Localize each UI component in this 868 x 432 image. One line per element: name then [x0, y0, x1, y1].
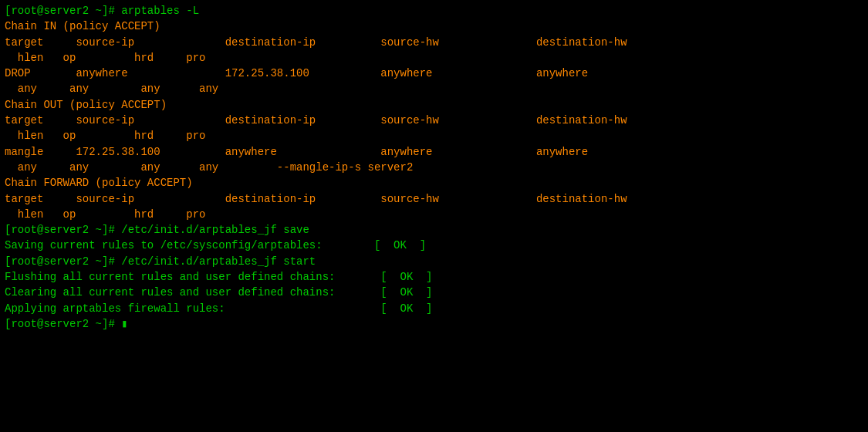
terminal-line-1: [root@server2 ~]# arptables -L — [5, 3, 863, 19]
terminal-line-8: Chain OUT (policy ACCEPT) — [5, 97, 863, 113]
terminal-line-19: [root@server2 ~]# /etc/init.d/arptables_… — [5, 254, 863, 269]
terminal-line-22: Applying arptables firewall rules: [ OK … — [5, 301, 863, 316]
terminal[interactable]: [root@server2 ~]# arptables -LChain IN (… — [0, 0, 868, 432]
terminal-line-17: [root@server2 ~]# /etc/init.d/arptables_… — [5, 222, 863, 238]
terminal-line-10: hlen op hrd pro — [5, 128, 863, 143]
terminal-line-4: hlen op hrd pro — [5, 50, 863, 66]
terminal-line-16: hlen op hrd pro — [5, 207, 863, 222]
terminal-line-2: Chain IN (policy ACCEPT) — [5, 19, 863, 34]
terminal-line-6: any any any any — [5, 81, 863, 96]
terminal-line-18: Saving current rules to /etc/sysconfig/a… — [5, 238, 863, 253]
terminal-line-11: mangle 172.25.38.100 anywhere anywhere a… — [5, 144, 863, 160]
terminal-line-14: Chain FORWARD (policy ACCEPT) — [5, 175, 863, 191]
terminal-line-12: any any any any --mangle-ip-s server2 — [5, 160, 863, 175]
terminal-line-20: Flushing all current rules and user defi… — [5, 269, 863, 285]
terminal-line-21: Clearing all current rules and user defi… — [5, 285, 863, 300]
terminal-line-15: target source-ip destination-ip source-h… — [5, 191, 863, 207]
terminal-line-23: [root@server2 ~]# ▮ — [5, 316, 863, 332]
terminal-line-3: target source-ip destination-ip source-h… — [5, 35, 863, 50]
terminal-line-5: DROP anywhere 172.25.38.100 anywhere any… — [5, 66, 863, 81]
terminal-line-9: target source-ip destination-ip source-h… — [5, 113, 863, 128]
